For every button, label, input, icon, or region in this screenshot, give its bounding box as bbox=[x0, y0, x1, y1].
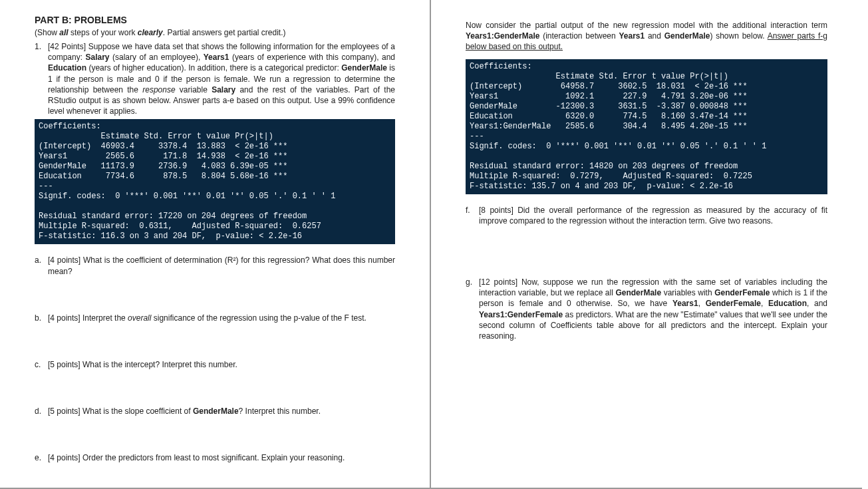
d-text: ? Interpret this number. bbox=[239, 407, 321, 416]
r-line: Residual standard error: 14820 on 203 de… bbox=[470, 162, 738, 171]
sub-question-a: a. [4 points] What is the coefficient of… bbox=[35, 255, 395, 276]
d-gendermale: GenderMale bbox=[193, 407, 239, 416]
r-line: Signif. codes: 0 '***' 0.001 '**' 0.01 '… bbox=[470, 142, 766, 151]
q1-text: (salary of an employee), bbox=[110, 53, 204, 62]
sub-letter: f. bbox=[466, 205, 479, 226]
sub-letter: e. bbox=[35, 452, 48, 463]
q1-text: (years of experience with this company),… bbox=[229, 53, 395, 62]
sub-question-f: f. [8 points] Did the overall performanc… bbox=[466, 205, 827, 226]
r-line: Residual standard error: 17220 on 204 de… bbox=[39, 212, 307, 221]
document-page: PART B: PROBLEMS (Show all steps of your… bbox=[0, 0, 868, 489]
b-text: [4 points] Interpret the bbox=[48, 313, 128, 323]
sub-body: [12 points] Now, suppose we run the regr… bbox=[479, 277, 827, 341]
sub-body: [5 points] What is the slope coefficient… bbox=[48, 406, 395, 416]
sub-question-e: e. [4 points] Order the predictors from … bbox=[35, 452, 395, 463]
sub-body: [4 points] Order the predictors from lea… bbox=[48, 452, 395, 463]
term-genderfemale: GenderFemale bbox=[706, 299, 761, 308]
sub-letter: d. bbox=[35, 406, 48, 416]
r-line: Years1 2565.6 171.8 14.938 < 2e-16 *** bbox=[39, 152, 287, 161]
part-b-heading: PART B: PROBLEMS bbox=[35, 15, 395, 25]
r-line: Years1:GenderMale 2585.6 304.4 8.495 4.2… bbox=[470, 122, 748, 131]
term-interaction: Years1:GenderFemale bbox=[479, 310, 563, 319]
term-years1: Years1 bbox=[672, 299, 698, 308]
question-body: [42 Points] Suppose we have data set tha… bbox=[48, 41, 395, 116]
r-line: --- bbox=[470, 132, 484, 141]
left-column: PART B: PROBLEMS (Show all steps of your… bbox=[0, 0, 431, 489]
r-line: Coefficients: bbox=[39, 122, 101, 131]
term-salary: Salary bbox=[86, 53, 110, 62]
term-interaction: Years1:GenderMale bbox=[466, 31, 539, 41]
term-genderfemale: GenderFemale bbox=[714, 288, 770, 297]
sub-letter: b. bbox=[35, 313, 48, 323]
r-output-block-2: Coefficients: Estimate Std. Error t valu… bbox=[466, 59, 827, 194]
r-line: Coefficients: bbox=[470, 62, 532, 71]
sub-letter: a. bbox=[35, 255, 48, 276]
r-line: Years1 1092.1 227.9 4.791 3.20e-06 *** bbox=[470, 92, 748, 101]
r-line: Estimate Std. Error t value Pr(>|t|) bbox=[39, 132, 293, 141]
sub-question-d: d. [5 points] What is the slope coeffici… bbox=[35, 406, 395, 416]
r-line: (Intercept) 64958.7 3602.5 18.031 < 2e-1… bbox=[470, 82, 748, 91]
r-line: Education 6320.0 774.5 8.160 3.47e-14 **… bbox=[470, 112, 748, 121]
sub-letter: c. bbox=[35, 359, 48, 370]
b-text: significance of the regression using the… bbox=[151, 313, 366, 323]
g-text: , bbox=[698, 299, 706, 308]
b-overall: overall bbox=[128, 313, 151, 323]
r-line: GenderMale 11173.9 2736.9 4.083 6.39e-05… bbox=[39, 162, 287, 171]
term-education: Education bbox=[48, 63, 86, 73]
term-years1: Years1 bbox=[204, 53, 229, 62]
r-line: Multiple R-squared: 0.6311, Adjusted R-s… bbox=[39, 222, 321, 231]
instruction-text: (Show bbox=[35, 28, 59, 37]
question-1: 1. [42 Points] Suppose we have data set … bbox=[35, 41, 395, 116]
r-line: --- bbox=[39, 182, 53, 191]
r-line: F-statistic: 135.7 on 4 and 203 DF, p-va… bbox=[470, 182, 733, 191]
r-line: Multiple R-squared: 0.7279, Adjusted R-s… bbox=[470, 172, 752, 181]
intro-paragraph: Now consider the partial output of the n… bbox=[466, 20, 827, 53]
question-number: 1. bbox=[35, 41, 48, 116]
r-line: Education 7734.6 878.5 8.804 5.68e-16 **… bbox=[39, 172, 287, 181]
sub-question-c: c. [5 points] What is the intercept? Int… bbox=[35, 359, 395, 370]
instruction-clearly: clearly bbox=[138, 28, 163, 37]
intro-text: ) shown below. bbox=[710, 31, 767, 41]
right-column: Now consider the partial output of the n… bbox=[431, 0, 862, 489]
term-gendermale: GenderMale bbox=[341, 63, 387, 73]
r-line: Estimate Std. Error t value Pr(>|t|) bbox=[470, 72, 748, 81]
term-gendermale: GenderMale bbox=[664, 31, 710, 41]
q1-text: variable bbox=[176, 85, 212, 94]
term-gendermale: GenderMale bbox=[615, 288, 661, 297]
sub-body: [8 points] Did the overall performance o… bbox=[479, 205, 827, 226]
intro-text: and bbox=[645, 31, 664, 41]
r-output-block-1: Coefficients: Estimate Std. Error t valu… bbox=[35, 119, 395, 244]
sub-question-b: b. [4 points] Interpret the overall sign… bbox=[35, 313, 395, 323]
instruction-all: all bbox=[59, 28, 68, 37]
g-text: , bbox=[761, 299, 768, 308]
sub-body: [5 points] What is the intercept? Interp… bbox=[48, 359, 395, 370]
sub-body: [4 points] What is the coefficient of de… bbox=[48, 255, 395, 276]
term-salary: Salary bbox=[212, 85, 235, 94]
g-text: variables with bbox=[661, 288, 714, 297]
term-education: Education bbox=[768, 299, 807, 308]
g-text: , and bbox=[807, 299, 827, 308]
r-line: GenderMale -12300.3 3631.5 -3.387 0.0008… bbox=[470, 102, 748, 111]
term-years1: Years1 bbox=[619, 31, 645, 41]
instruction-text: . Partial answers get partial credit.) bbox=[163, 28, 286, 37]
instruction-line: (Show all steps of your work clearly. Pa… bbox=[35, 28, 395, 37]
r-line: Signif. codes: 0 '***' 0.001 '**' 0.01 '… bbox=[39, 192, 335, 201]
term-response: response bbox=[142, 85, 175, 94]
intro-text: (interaction between bbox=[539, 31, 619, 41]
sub-body: [4 points] Interpret the overall signifi… bbox=[48, 313, 395, 323]
intro-text: Now consider the partial output of the n… bbox=[466, 21, 827, 30]
instruction-text: steps of your work bbox=[69, 28, 138, 37]
sub-letter: g. bbox=[466, 277, 479, 341]
q1-text: (years of higher education). In addition… bbox=[86, 63, 341, 73]
r-line: F-statistic: 116.3 on 3 and 204 DF, p-va… bbox=[39, 232, 302, 241]
d-text: [5 points] What is the slope coefficient… bbox=[48, 407, 193, 416]
r-line: (Intercept) 46903.4 3378.4 13.883 < 2e-1… bbox=[39, 142, 287, 151]
sub-question-g: g. [12 points] Now, suppose we run the r… bbox=[466, 277, 827, 341]
